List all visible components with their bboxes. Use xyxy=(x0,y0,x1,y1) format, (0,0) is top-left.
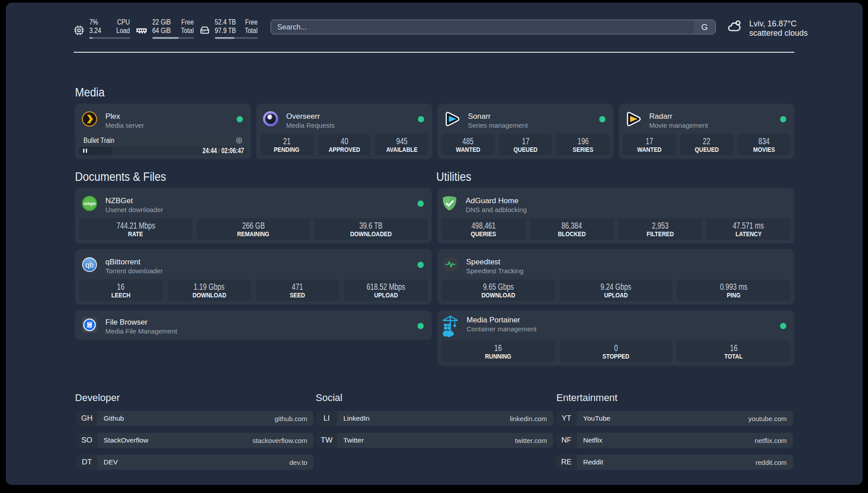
svg-text:nzbget: nzbget xyxy=(83,201,96,206)
svg-text:qb: qb xyxy=(85,261,94,269)
